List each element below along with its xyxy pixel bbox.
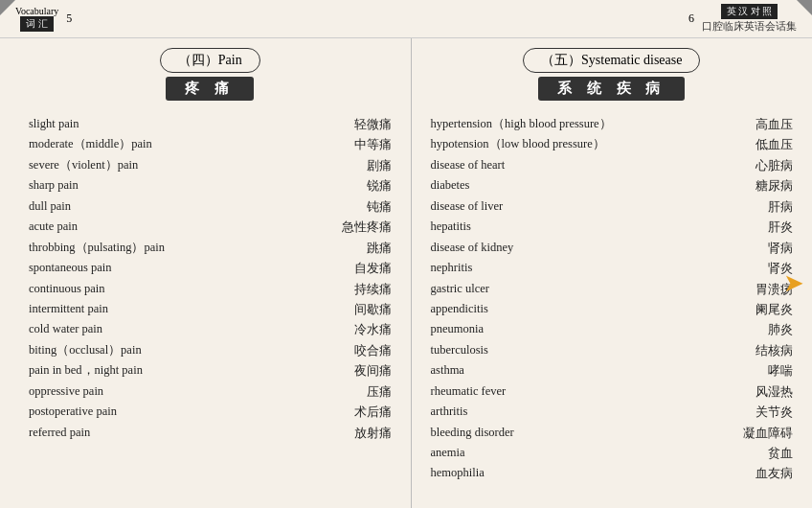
vocab-english: severe（violent）pain xyxy=(29,155,138,175)
vocab-chinese: 关节炎 xyxy=(735,402,793,422)
list-item: slight pain 轻微痛 xyxy=(29,114,392,134)
list-item: oppressive pain 压痛 xyxy=(29,381,392,402)
vocab-english: gastric ulcer xyxy=(431,279,489,299)
vocab-chinese: 结核病 xyxy=(735,340,793,360)
vocab-english: rheumatic fever xyxy=(431,381,507,402)
vocab-english: oppressive pain xyxy=(29,381,103,402)
vocab-english: asthma xyxy=(431,360,464,381)
list-item: disease of heart 心脏病 xyxy=(431,155,794,175)
list-item: pneumonia 肺炎 xyxy=(431,319,794,339)
vocab-english: disease of kidney xyxy=(431,238,514,258)
list-item: spontaneous pain 自发痛 xyxy=(29,258,392,278)
vocab-chinese: 持续痛 xyxy=(334,279,392,299)
list-item: appendicitis 阑尾炎 xyxy=(431,299,794,319)
list-item: disease of liver 肝病 xyxy=(431,196,794,217)
vocab-english: moderate（middle）pain xyxy=(29,134,152,154)
vocab-cn-label: 词 汇 xyxy=(20,16,54,32)
left-vocab-table: slight pain 轻微痛 moderate（middle）pain 中等痛… xyxy=(29,114,392,443)
left-page: （四）Pain 疼 痛 slight pain 轻微痛 moderate（mid… xyxy=(0,38,412,508)
vocab-english: hemophilia xyxy=(431,463,485,483)
vocab-label-box: Vocabulary 词 汇 xyxy=(15,6,58,32)
arrow-right-icon: ➤ xyxy=(783,267,804,297)
right-page-number: 6 xyxy=(688,12,694,26)
header-right: 6 英 汉 对 照 口腔临床英语会话集 xyxy=(688,4,797,34)
list-item: referred pain 放射痛 xyxy=(29,423,392,443)
vocab-english: slight pain xyxy=(29,114,79,134)
vocab-english: continuous pain xyxy=(29,279,105,299)
list-item: dull pain 钝痛 xyxy=(29,196,392,217)
vocab-english: cold water pain xyxy=(29,319,102,339)
vocab-chinese: 中等痛 xyxy=(334,134,392,154)
vocab-en-label: Vocabulary xyxy=(15,6,58,16)
list-item: rheumatic fever 风湿热 xyxy=(431,381,794,402)
vocab-english: acute pain xyxy=(29,217,78,237)
vocab-chinese: 锐痛 xyxy=(334,175,392,196)
vocab-chinese: 放射痛 xyxy=(334,423,392,443)
list-item: continuous pain 持续痛 xyxy=(29,279,392,299)
vocab-chinese: 剧痛 xyxy=(334,155,392,175)
vocab-english: pneumonia xyxy=(431,319,485,339)
vocab-english: dull pain xyxy=(29,196,71,217)
list-item: moderate（middle）pain 中等痛 xyxy=(29,134,392,154)
bar-label: 英 汉 对 照 xyxy=(721,4,778,19)
vocab-chinese: 肾病 xyxy=(735,238,793,258)
vocab-english: arthritis xyxy=(431,402,468,422)
vocab-english: anemia xyxy=(431,443,465,463)
right-label-box: 英 汉 对 照 口腔临床英语会话集 xyxy=(702,4,797,34)
header-left: Vocabulary 词 汇 5 xyxy=(15,6,72,32)
corner-decoration-right xyxy=(797,0,812,15)
list-item: tuberculosis 结核病 xyxy=(431,340,794,360)
vocab-english: hepatitis xyxy=(431,217,471,237)
list-item: acute pain 急性疼痛 xyxy=(29,217,392,237)
vocab-chinese: 自发痛 xyxy=(334,258,392,278)
vocab-chinese: 跳痛 xyxy=(334,238,392,258)
list-item: hemophilia 血友病 xyxy=(431,463,794,483)
vocab-english: intermittent pain xyxy=(29,299,108,319)
vocab-english: diabetes xyxy=(431,175,470,196)
list-item: gastric ulcer 胃溃疡 xyxy=(431,279,794,299)
list-item: throbbing（pulsating）pain 跳痛 xyxy=(29,238,392,258)
vocab-chinese: 咬合痛 xyxy=(334,340,392,360)
page-content: （四）Pain 疼 痛 slight pain 轻微痛 moderate（mid… xyxy=(0,38,812,508)
vocab-chinese: 凝血障碍 xyxy=(735,423,793,443)
vocab-chinese: 阑尾炎 xyxy=(735,299,793,319)
vocab-chinese: 高血压 xyxy=(735,114,793,134)
list-item: postoperative pain 术后痛 xyxy=(29,402,392,422)
vocab-chinese: 术后痛 xyxy=(334,402,392,422)
vocab-english: throbbing（pulsating）pain xyxy=(29,238,165,258)
vocab-chinese: 压痛 xyxy=(334,381,392,402)
right-section-header: （五）Systematic disease 系 统 疾 病 xyxy=(431,48,794,101)
left-section-header: （四）Pain 疼 痛 xyxy=(29,48,392,101)
list-item: hepatitis 肝炎 xyxy=(431,217,794,237)
vocab-chinese: 肝病 xyxy=(735,196,793,217)
right-vocab-table: hypertension（high blood pressure） 高血压 hy… xyxy=(431,114,794,484)
vocab-english: sharp pain xyxy=(29,175,79,196)
list-item: cold water pain 冷水痛 xyxy=(29,319,392,339)
vocab-chinese: 肺炎 xyxy=(735,319,793,339)
corner-decoration-left xyxy=(0,0,15,15)
vocab-chinese: 糖尿病 xyxy=(735,175,793,196)
vocab-chinese: 夜间痛 xyxy=(334,360,392,381)
right-section-banner: 系 统 疾 病 xyxy=(538,77,685,101)
left-page-number: 5 xyxy=(66,12,72,26)
list-item: hypertension（high blood pressure） 高血压 xyxy=(431,114,794,134)
vocab-chinese: 肝炎 xyxy=(735,217,793,237)
vocab-english: hypotension（low blood pressure） xyxy=(431,134,605,154)
vocab-chinese: 冷水痛 xyxy=(334,319,392,339)
vocab-english: pain in bed，night pain xyxy=(29,360,143,381)
vocab-chinese: 哮喘 xyxy=(735,360,793,381)
vocab-english: biting（occlusal）pain xyxy=(29,340,142,360)
list-item: biting（occlusal）pain 咬合痛 xyxy=(29,340,392,360)
vocab-chinese: 间歇痛 xyxy=(334,299,392,319)
right-section-title: （五）Systematic disease xyxy=(523,48,700,73)
vocab-english: appendicitis xyxy=(431,299,488,319)
vocab-chinese: 风湿热 xyxy=(735,381,793,402)
vocab-chinese: 血友病 xyxy=(735,463,793,483)
vocab-english: nephritis xyxy=(431,258,473,278)
list-item: hypotension（low blood pressure） 低血压 xyxy=(431,134,794,154)
left-section-title: （四）Pain xyxy=(160,48,260,73)
list-item: pain in bed，night pain 夜间痛 xyxy=(29,360,392,381)
vocab-english: disease of heart xyxy=(431,155,506,175)
book-title: 口腔临床英语会话集 xyxy=(702,19,797,34)
vocab-chinese: 贫血 xyxy=(735,443,793,463)
